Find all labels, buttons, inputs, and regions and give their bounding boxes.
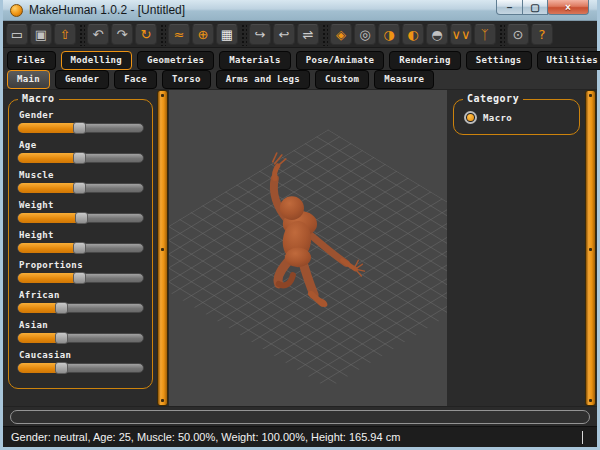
symmetry-left-button[interactable]: ↩ [273, 24, 295, 45]
slider-track-muscle[interactable] [17, 183, 144, 193]
slider-african: African [17, 290, 144, 313]
slider-handle-weight[interactable] [75, 212, 88, 224]
front-view-button[interactable]: ◈ [330, 24, 352, 45]
slider-fill [18, 273, 74, 283]
subtab-main[interactable]: Main [7, 70, 50, 89]
viewport-3d[interactable] [169, 90, 447, 406]
toolbar: ▭▣⇧↶↷↻≈⊕▦↪↩⇌◈◎◑◐◓∨∨ᛉ⊙? [3, 21, 597, 48]
reset-camera-button[interactable]: ᛉ [474, 24, 496, 45]
wireframe-toggle-button[interactable]: ⊕ [192, 24, 214, 45]
slider-track-age[interactable] [17, 153, 144, 163]
slider-track-asian[interactable] [17, 333, 144, 343]
slider-track-caucasian[interactable] [17, 363, 144, 373]
minimize-button[interactable]: – [496, 0, 523, 15]
slider-age: Age [17, 140, 144, 163]
status-text: Gender: neutral, Age: 25, Muscle: 50.00%… [11, 431, 400, 443]
grab-screenshot-icon: ⊙ [513, 28, 524, 41]
tab-utilities[interactable]: Utilities [537, 51, 600, 70]
slider-handle-asian[interactable] [55, 332, 68, 344]
slider-handle-caucasian[interactable] [55, 362, 68, 374]
title-bar[interactable]: MakeHuman 1.0.2 - [Untitled] – ▢ × [3, 0, 597, 21]
subtab-custom[interactable]: Custom [315, 70, 369, 89]
radio-label: Macro [483, 113, 512, 123]
tab-geometries[interactable]: Geometries [137, 51, 214, 70]
slider-fill [18, 183, 74, 193]
subtab-gender[interactable]: Gender [55, 70, 109, 89]
splitter-handle-icon [161, 399, 164, 402]
tab-materials[interactable]: Materials [219, 51, 290, 70]
new-document-button[interactable]: ▭ [6, 24, 28, 45]
slider-height: Height [17, 230, 144, 253]
load-file-icon: ⇧ [60, 28, 71, 41]
modifiers-panel: Macro GenderAgeMuscleWeightHeightProport… [3, 90, 156, 406]
caption-buttons: – ▢ × [497, 0, 589, 15]
symmetry-right-button[interactable]: ↪ [249, 24, 271, 45]
right-panel-splitter[interactable] [585, 90, 596, 406]
reset-mesh-icon: ↻ [141, 28, 152, 41]
macro-group-title: Macro [18, 93, 59, 104]
left-view-button[interactable]: ◐ [402, 24, 424, 45]
slider-label-gender: Gender [19, 110, 144, 120]
category-options: Macro [462, 111, 571, 124]
slider-label-african: African [19, 290, 144, 300]
load-file-button[interactable]: ⇧ [54, 24, 76, 45]
subtab-face[interactable]: Face [114, 70, 157, 89]
symmetry-both-button[interactable]: ⇌ [297, 24, 319, 45]
help-button[interactable]: ? [531, 24, 553, 45]
top-view-button[interactable]: ◓ [426, 24, 448, 45]
background-toggle-button[interactable]: ▦ [216, 24, 238, 45]
redo-button[interactable]: ↷ [111, 24, 133, 45]
reset-mesh-button[interactable]: ↻ [135, 24, 157, 45]
subtab-arms-and-legs[interactable]: Arms and Legs [216, 70, 310, 89]
right-view-button[interactable]: ◑ [378, 24, 400, 45]
close-button[interactable]: × [547, 0, 589, 15]
slider-handle-proportions[interactable] [73, 272, 86, 284]
save-file-button[interactable]: ▣ [30, 24, 52, 45]
slider-track-african[interactable] [17, 303, 144, 313]
tab-files[interactable]: Files [7, 51, 56, 70]
radio-button-icon [464, 111, 477, 124]
slider-handle-muscle[interactable] [73, 182, 86, 194]
slider-muscle: Muscle [17, 170, 144, 193]
tab-modelling[interactable]: Modelling [61, 51, 132, 70]
slider-label-caucasian: Caucasian [19, 350, 144, 360]
symmetry-both-icon: ⇌ [303, 28, 314, 41]
subtab-torso[interactable]: Torso [162, 70, 211, 89]
splitter-handle-icon [161, 248, 164, 251]
radio-selected-dot [467, 114, 474, 121]
symmetry-left-icon: ↩ [279, 28, 290, 41]
tab-pose-animate[interactable]: Pose/Animate [296, 51, 385, 70]
radio-macro[interactable]: Macro [464, 111, 571, 124]
smooth-toggle-button[interactable]: ≈ [168, 24, 190, 45]
undo-button[interactable]: ↶ [87, 24, 109, 45]
toolbar-separator [78, 23, 85, 46]
status-caret [582, 431, 583, 444]
left-panel-splitter[interactable] [157, 90, 168, 406]
slider-track-proportions[interactable] [17, 273, 144, 283]
slider-track-height[interactable] [17, 243, 144, 253]
splitter-handle-icon [589, 248, 592, 251]
slider-label-height: Height [19, 230, 144, 240]
toolbar-separator [321, 23, 328, 46]
maximize-icon: ▢ [530, 2, 539, 13]
grab-screenshot-button[interactable]: ⊙ [507, 24, 529, 45]
toolbar-separator [240, 23, 247, 46]
maximize-button[interactable]: ▢ [522, 0, 548, 15]
window-title: MakeHuman 1.0.2 - [Untitled] [29, 0, 185, 21]
subtab-measure[interactable]: Measure [374, 70, 434, 89]
slider-handle-age[interactable] [73, 152, 86, 164]
slider-handle-gender[interactable] [73, 122, 86, 134]
top-view-icon: ◓ [431, 28, 442, 41]
category-groupbox: Category Macro [453, 99, 580, 135]
bottom-view-icon: ∨∨ [451, 28, 470, 41]
tab-rendering[interactable]: Rendering [389, 51, 460, 70]
slider-track-weight[interactable] [17, 213, 144, 223]
slider-weight: Weight [17, 200, 144, 223]
tab-settings[interactable]: Settings [466, 51, 532, 70]
bottom-view-button[interactable]: ∨∨ [450, 24, 472, 45]
slider-track-gender[interactable] [17, 123, 144, 133]
slider-handle-african[interactable] [55, 302, 68, 314]
category-group-title: Category [463, 93, 523, 104]
slider-handle-height[interactable] [73, 242, 86, 254]
back-view-button[interactable]: ◎ [354, 24, 376, 45]
